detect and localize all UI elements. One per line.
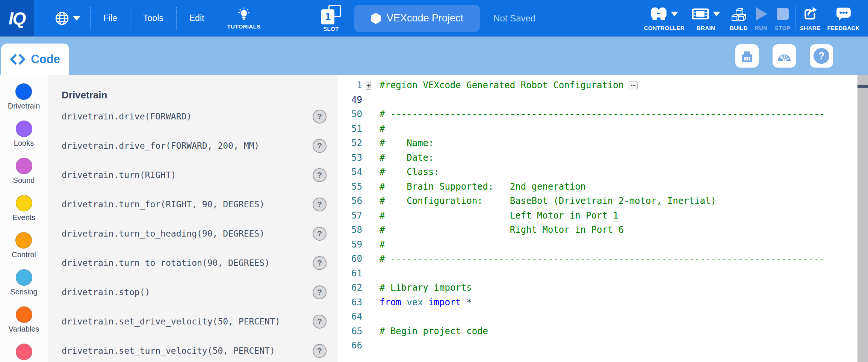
fold-expand-icon[interactable]: + [366,81,371,90]
controller-button[interactable]: CONTROLLER [642,0,687,36]
line-number: 56 [337,196,362,206]
code-line[interactable]: 65# Begin project code [337,324,857,339]
line-number: 57 [337,210,362,221]
chevron-down-icon [73,16,80,21]
line-number: 50 [337,109,362,119]
tab-code[interactable]: Code [1,44,69,75]
code-line-text: # Right Motor in Port 6 [380,225,624,235]
category-label: Events [12,213,35,222]
code-line[interactable]: 58# Right Motor in Port 6 [337,223,857,237]
sidebar-item-events[interactable]: Events [12,195,35,232]
run-button[interactable]: RUN [752,0,770,36]
slot-button[interactable]: 1 SLOT [321,5,341,32]
sidebar-item-drivetrain[interactable]: Drivetrain [8,83,40,121]
command-row[interactable]: drivetrain.turn_to_rotation(90, DEGREES)… [48,248,337,278]
command-help-button[interactable]: ? [313,344,327,358]
code-line-text: # Date: [380,152,434,163]
code-line[interactable]: 62# Library imports [337,281,857,295]
share-button[interactable]: SHARE [798,0,823,36]
code-line[interactable]: 60# ------------------------------------… [337,252,857,266]
editor-scrollbar[interactable] [857,75,868,362]
command-row[interactable]: drivetrain.turn_for(RIGHT, 90, DEGREES)? [48,190,337,219]
project-name-button[interactable]: VEXcode Project [354,5,480,32]
feedback-bubble-icon [836,7,851,21]
sidebar-item-looks[interactable]: Looks [14,121,34,158]
command-help-button[interactable]: ? [313,256,327,270]
code-line[interactable]: 59# [337,237,857,252]
command-row[interactable]: drivetrain.drive_for(FORWARD, 200, MM)? [48,131,337,160]
command-help-button[interactable]: ? [313,198,327,211]
code-line[interactable]: 66 [337,338,857,353]
line-number: 64 [337,311,362,322]
project-zone: 1 SLOT VEXcode Project Not Saved [321,0,535,36]
command-help-button[interactable]: ? [313,285,327,299]
command-row[interactable]: drivetrain.drive(FORWARD)? [48,102,337,131]
command-help-button[interactable]: ? [313,168,327,182]
code-line[interactable]: 53# Date: [337,151,857,165]
menu-item-tools[interactable]: Tools [130,0,176,36]
toolbar-separator [795,7,795,30]
command-row[interactable]: drivetrain.turn_to_heading(90, DEGREES)? [48,219,337,248]
menu-item-file[interactable]: File [91,0,130,36]
tutorials-button[interactable]: TUTORIALS [217,0,270,36]
line-number: 55 [337,181,362,192]
category-label: Sensing [10,288,37,296]
sidebar-item-variables[interactable]: Variables [9,306,39,344]
top-toolbar: IQ FileToolsEdit [0,0,868,36]
editor-scrollbar-thumb[interactable] [857,85,868,88]
code-line[interactable]: 50# ------------------------------------… [337,107,857,122]
sidebar-item-control[interactable]: Control [12,232,36,269]
code-line[interactable]: 55# Brain Supported: 2nd generation [337,179,857,194]
code-area[interactable]: 1+#region VEXcode Generated Robot Config… [337,78,857,353]
command-row[interactable]: drivetrain.set_drive_velocity(50, PERCEN… [48,307,337,336]
category-color-dot [16,121,32,137]
brain-button[interactable]: BRAIN [689,0,723,36]
command-help-button[interactable]: ? [313,227,327,241]
sidebar-item-category-8[interactable] [16,344,32,362]
command-row[interactable]: drivetrain.set_turn_velocity(50, PERCENT… [48,336,337,362]
category-label: Control [12,250,36,259]
slot-icon: 1 [321,5,341,24]
code-line[interactable]: 54# Class: [337,165,857,179]
category-label: Variables [9,325,39,333]
code-line[interactable]: 51# [337,122,857,136]
command-text: drivetrain.turn(RIGHT) [62,170,176,180]
line-number: 54 [337,167,362,177]
menu-item-edit[interactable]: Edit [177,0,217,36]
code-line-text: # Class: [380,167,439,177]
code-line[interactable]: 52# Name: [337,136,857,151]
command-help-button[interactable]: ? [313,139,327,153]
sidebar-item-sensing[interactable]: Sensing [10,269,37,306]
dashboard-gauge-button[interactable] [773,44,796,68]
command-help-button[interactable]: ? [313,315,327,329]
code-line[interactable]: 61 [337,266,857,281]
device-toolbar: CONTROLLER [642,0,862,36]
collapsed-region-icon[interactable]: ⋯ [629,81,638,89]
print-console-button[interactable] [735,44,759,68]
code-line[interactable]: 64 [337,309,857,324]
command-row[interactable]: drivetrain.stop()? [48,278,337,307]
code-line[interactable]: 56# Configuration: BaseBot (Drivetrain 2… [337,194,857,208]
code-editor[interactable]: 1+#region VEXcode Generated Robot Config… [337,75,868,362]
brain-icon [691,8,709,20]
stop-button[interactable]: STOP [773,0,793,36]
code-line[interactable]: 1+#region VEXcode Generated Robot Config… [337,78,857,93]
command-text: drivetrain.turn_for(RIGHT, 90, DEGREES) [62,199,265,209]
code-line[interactable]: 49 [337,93,857,107]
command-row[interactable]: drivetrain.turn(RIGHT)? [48,160,337,190]
code-line-text: # Left Motor in Port 1 [380,210,618,221]
fold-margin: + [362,81,380,89]
command-help-button[interactable]: ? [313,110,327,124]
feedback-button[interactable]: FEEDBACK [825,0,862,36]
command-group-header: Drivetrain [62,89,107,101]
build-button[interactable]: BUILD [727,0,750,36]
language-menu[interactable] [45,11,90,26]
category-color-dot [15,83,32,100]
code-line[interactable]: 63from vex import * [337,295,857,310]
help-button[interactable]: ? [810,44,833,68]
code-line[interactable]: 57# Left Motor in Port 1 [337,208,857,223]
run-play-icon [755,6,768,21]
command-text: drivetrain.stop() [62,287,150,297]
sidebar-item-sound[interactable]: Sound [13,158,35,195]
category-color-dot [16,195,32,211]
